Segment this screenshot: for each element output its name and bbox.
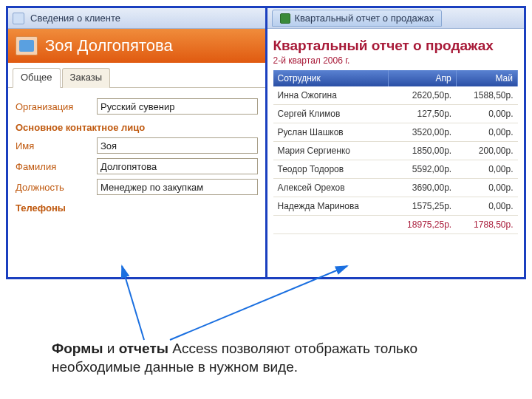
cell-apr: 3520,00р. <box>388 123 456 142</box>
cell-employee: Инна Ожогина <box>273 86 389 105</box>
report-pane: Квартальный отчет о продажах Квартальный… <box>267 8 525 277</box>
col-apr: Апр <box>388 70 456 86</box>
form-header: Зоя Долгопятова <box>8 29 265 63</box>
table-row: Сергей Климов127,50р.0,00р. <box>273 105 518 123</box>
report-tab-label: Квартальный отчет о продажах <box>295 13 434 24</box>
table-row: Алексей Орехов3690,00р.0,00р. <box>273 179 518 197</box>
cell-may: 0,00р. <box>456 179 517 197</box>
report-window-titlebar: Квартальный отчет о продажах <box>267 8 525 29</box>
cell-may: 0,00р. <box>456 123 517 142</box>
cell-apr: 1850,00р. <box>388 142 456 160</box>
cell-may: 0,00р. <box>456 197 517 216</box>
label-org: Организация <box>16 101 97 112</box>
cell-may: 200,00р. <box>456 142 517 160</box>
app-frame: Сведения о клиенте Зоя Долгопятова Общее… <box>6 6 526 279</box>
cell-employee: Мария Сергиенко <box>273 142 389 160</box>
total-may: 1788,50р. <box>456 216 517 234</box>
table-header-row: Сотрудник Апр Май <box>273 70 518 86</box>
field-row-firstname: Имя <box>16 137 258 154</box>
cell-employee: Сергей Климов <box>273 105 389 123</box>
form-subtabs: Общее Заказы <box>8 63 265 88</box>
cell-employee: Руслан Шашков <box>273 123 389 142</box>
cell-apr: 3690,00р. <box>388 179 456 197</box>
col-employee: Сотрудник <box>273 70 389 86</box>
tab-orders[interactable]: Заказы <box>62 68 110 88</box>
form-body: Организация Основное контактное лицо Имя… <box>8 88 265 277</box>
report-title: Квартальный отчет о продажах <box>273 38 519 54</box>
table-row: Теодор Тодоров5592,00р.0,00р. <box>273 160 518 179</box>
form-pane: Сведения о клиенте Зоя Долгопятова Общее… <box>8 8 265 277</box>
input-org[interactable] <box>97 98 258 115</box>
cell-employee: Алексей Орехов <box>273 179 389 197</box>
table-row: Руслан Шашков3520,00р.0,00р. <box>273 123 518 142</box>
input-firstname[interactable] <box>97 137 258 154</box>
section-phones: Телефоны <box>16 202 258 214</box>
table-row: Инна Ожогина2620,50р.1588,50р. <box>273 86 518 105</box>
col-may: Май <box>456 70 517 86</box>
field-row-position: Должность <box>16 179 258 195</box>
input-lastname[interactable] <box>97 158 258 174</box>
field-row-org: Организация <box>16 98 258 115</box>
form-window-icon <box>13 13 24 24</box>
field-row-lastname: Фамилия <box>16 158 258 174</box>
report-tab[interactable]: Квартальный отчет о продажах <box>272 10 443 27</box>
cell-may: 0,00р. <box>456 105 517 123</box>
cell-apr: 2620,50р. <box>388 86 456 105</box>
form-header-icon <box>16 36 38 55</box>
cell-employee: Теодор Тодоров <box>273 160 389 179</box>
cell-apr: 1575,25р. <box>388 197 456 216</box>
label-firstname: Имя <box>16 140 97 151</box>
section-contact: Основное контактное лицо <box>16 122 258 133</box>
caption-mid: и <box>103 341 118 356</box>
cell-employee: Надежда Маринова <box>273 197 389 216</box>
caption-text: Формы и отчеты Access позволяют отобража… <box>52 340 488 376</box>
form-window-titlebar: Сведения о клиенте <box>8 8 265 29</box>
cell-may: 1588,50р. <box>456 86 517 105</box>
cell-apr: 127,50р. <box>388 105 456 123</box>
table-row: Надежда Маринова1575,25р.0,00р. <box>273 197 518 216</box>
report-tab-icon <box>280 13 290 24</box>
report-body: Квартальный отчет о продажах 2-й квартал… <box>267 29 525 277</box>
cell-may: 0,00р. <box>456 160 517 179</box>
form-window-title: Сведения о клиенте <box>30 13 120 24</box>
report-subtitle: 2-й квартал 2006 г. <box>273 55 519 66</box>
cell-apr: 5592,00р. <box>388 160 456 179</box>
label-position: Должность <box>16 182 97 193</box>
total-label <box>273 216 389 234</box>
report-table: Сотрудник Апр Май Инна Ожогина2620,50р.1… <box>273 70 519 234</box>
input-position[interactable] <box>97 179 258 195</box>
caption-bold-forms: Формы <box>52 341 103 356</box>
total-apr: 18975,25р. <box>388 216 456 234</box>
table-total-row: 18975,25р. 1788,50р. <box>273 216 518 234</box>
tab-general[interactable]: Общее <box>13 68 61 88</box>
caption-bold-reports: отчеты <box>119 341 168 356</box>
label-lastname: Фамилия <box>16 161 97 172</box>
table-row: Мария Сергиенко1850,00р.200,00р. <box>273 142 518 160</box>
form-person-name: Зоя Долгопятова <box>45 36 173 55</box>
